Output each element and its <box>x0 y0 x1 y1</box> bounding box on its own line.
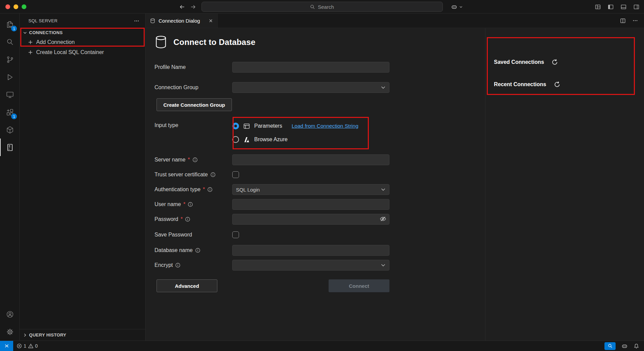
activity-settings-button[interactable] <box>0 323 19 341</box>
notifications-button[interactable] <box>634 343 639 349</box>
user-name-label: User name <box>154 201 181 207</box>
toggle-password-visibility-button[interactable] <box>380 216 386 222</box>
parameters-radio[interactable] <box>232 123 239 129</box>
saved-connections-title: Saved Connections <box>494 59 544 65</box>
info-icon <box>207 187 213 192</box>
required-mark: * <box>183 201 185 207</box>
browse-azure-radio-label: Browse Azure <box>254 136 288 143</box>
application-window: Search 1 <box>0 0 644 351</box>
refresh-recent-connections-button[interactable] <box>554 81 560 88</box>
minimize-window-button[interactable] <box>14 4 18 9</box>
sidebar-more-actions-button[interactable] <box>134 18 139 24</box>
database-name-label: Database name <box>154 247 193 253</box>
connections-section-header[interactable]: CONNECTIONS <box>20 28 145 37</box>
server-name-input[interactable] <box>232 154 389 165</box>
activity-extensions-button[interactable]: 1 <box>0 103 19 121</box>
plus-icon <box>28 50 33 55</box>
user-name-input[interactable] <box>232 199 389 210</box>
plus-icon <box>28 40 33 45</box>
dialog-title: Connect to Database <box>173 37 256 47</box>
problems-status-button[interactable]: 1 0 <box>17 343 38 349</box>
eye-off-icon <box>380 216 386 222</box>
recent-connections-title: Recent Connections <box>494 81 546 87</box>
extensions-badge: 1 <box>11 114 17 119</box>
connection-dialog-icon <box>150 18 156 24</box>
tab-label: Connection Dialog <box>159 18 200 24</box>
connect-button[interactable]: Connect <box>329 279 389 292</box>
copilot-menu-button[interactable] <box>451 0 463 14</box>
input-type-label: Input type <box>154 122 178 128</box>
remote-indicator-button[interactable] <box>0 341 13 351</box>
editor-more-actions-button[interactable] <box>633 18 638 23</box>
split-editor-button[interactable] <box>620 18 626 24</box>
activity-containers-button[interactable] <box>0 121 19 139</box>
create-local-sql-container-item[interactable]: Create Local SQL Container <box>20 47 145 57</box>
sidebar-right-icon <box>634 4 639 10</box>
navigate-forward-button[interactable] <box>190 4 196 10</box>
connection-group-label: Connection Group <box>154 84 198 91</box>
status-bar: 1 0 <box>0 341 644 351</box>
activity-explorer-button[interactable]: 1 <box>0 16 19 33</box>
source-control-icon <box>6 55 14 64</box>
activity-search-button[interactable] <box>0 33 19 51</box>
customize-layout-button[interactable] <box>595 4 601 10</box>
connection-group-select[interactable] <box>232 82 389 93</box>
chevron-down-icon <box>22 30 28 35</box>
trust-server-certificate-label: Trust server certificate <box>154 172 208 178</box>
copilot-icon <box>621 343 628 349</box>
command-center-search[interactable]: Search <box>201 2 443 12</box>
maximize-window-button[interactable] <box>22 4 26 9</box>
error-count: 1 <box>24 343 26 349</box>
database-icon <box>154 35 167 50</box>
editor-group: Connection Dialog <box>146 14 644 341</box>
copilot-icon <box>451 4 457 10</box>
connection-form: Profile Name Connection Group Create Con… <box>154 62 389 292</box>
encrypt-select[interactable] <box>232 260 389 271</box>
required-mark: * <box>181 216 183 222</box>
info-icon <box>175 262 181 268</box>
arrow-right-icon <box>190 4 196 10</box>
ellipsis-icon <box>633 18 638 23</box>
browse-azure-radio[interactable] <box>232 136 239 143</box>
connection-dialog-webview: Connect to Database Profile Name Connect… <box>146 28 644 341</box>
load-from-connection-string-link[interactable]: Load from Connection String <box>292 123 358 129</box>
title-bar: Search <box>0 0 644 14</box>
activity-remote-explorer-button[interactable] <box>0 86 19 103</box>
add-connection-item[interactable]: Add Connection <box>20 37 145 47</box>
toggle-primary-sidebar-button[interactable] <box>608 4 614 10</box>
ellipsis-icon <box>134 18 139 24</box>
close-window-button[interactable] <box>5 4 10 9</box>
warning-icon <box>28 343 33 349</box>
sidebar-title: SQL SERVER <box>28 18 57 23</box>
save-password-checkbox[interactable] <box>232 231 239 238</box>
profile-name-input[interactable] <box>232 62 389 73</box>
activity-source-control-button[interactable] <box>0 51 19 68</box>
server-name-label: Server name <box>154 157 186 163</box>
activity-accounts-button[interactable] <box>0 305 19 323</box>
refresh-saved-connections-button[interactable] <box>551 59 558 66</box>
add-connection-label: Add Connection <box>36 39 75 45</box>
zoom-status-button[interactable] <box>604 342 616 350</box>
copilot-status-button[interactable] <box>621 343 628 349</box>
activity-run-debug-button[interactable] <box>0 68 19 86</box>
info-icon <box>192 157 198 162</box>
gear-icon <box>6 328 14 336</box>
password-input[interactable] <box>232 214 389 225</box>
navigate-back-button[interactable] <box>179 4 185 10</box>
toggle-panel-button[interactable] <box>621 4 626 10</box>
tab-connection-dialog[interactable]: Connection Dialog <box>146 14 218 28</box>
activity-sql-server-button[interactable] <box>0 139 19 156</box>
search-icon <box>6 38 14 46</box>
bell-icon <box>634 343 639 349</box>
advanced-button[interactable]: Advanced <box>157 279 217 292</box>
profile-name-label: Profile Name <box>154 64 186 70</box>
toggle-secondary-sidebar-button[interactable] <box>634 4 639 10</box>
close-tab-button[interactable] <box>208 18 213 23</box>
parameters-radio-label: Parameters <box>254 123 282 129</box>
trust-server-certificate-checkbox[interactable] <box>232 171 239 178</box>
query-history-section-header[interactable]: QUERY HISTORY <box>20 329 145 341</box>
parameters-icon <box>243 123 250 130</box>
create-connection-group-button[interactable]: Create Connection Group <box>157 98 232 111</box>
database-name-input[interactable] <box>232 245 389 256</box>
authentication-type-select[interactable]: SQL Login <box>232 184 389 195</box>
